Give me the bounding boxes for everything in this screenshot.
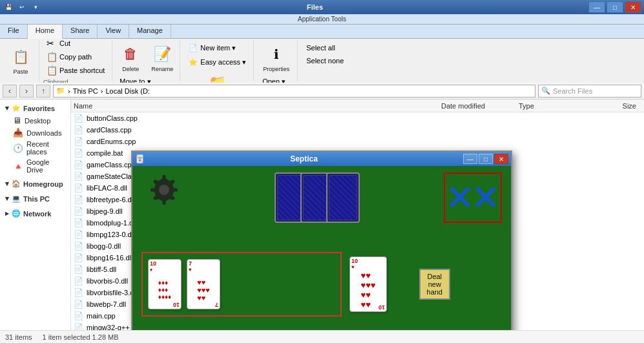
main-content: ▾ ⭐ Favorites 🖥 Desktop 📥 Downloads 🕐 Re…	[0, 99, 644, 330]
thispc-chevron: ▾	[5, 194, 9, 203]
game-close-btn[interactable]: ✕	[494, 154, 508, 164]
up-button[interactable]: ↑	[36, 85, 50, 98]
game-maximize-btn[interactable]: □	[479, 154, 493, 164]
gear-icon	[145, 172, 183, 211]
sidebar-item-googledrive[interactable]: 🔺 Google Drive	[0, 157, 70, 175]
open-group: ℹ Properties Open ▾ Edit	[255, 40, 298, 81]
file-row[interactable]: 📄 buttonClass.cpp	[71, 112, 644, 124]
copy-path-label: Copy path	[59, 53, 92, 61]
col-type[interactable]: Type	[519, 102, 596, 110]
sidebar-item-desktop[interactable]: 🖥 Desktop	[0, 114, 70, 127]
card-10-diamonds[interactable]: 10 ♦ ♦♦♦♦♦♦♦♦♦♦ 10	[148, 259, 182, 309]
favorites-header[interactable]: ▾ ⭐ Favorites	[0, 102, 70, 114]
new-item-button[interactable]: 📄 New item ▾	[185, 41, 249, 54]
selected-info: 1 item selected 1.28 MB	[43, 333, 119, 341]
game-icon: 🃏	[135, 154, 145, 163]
tab-manage[interactable]: Manage	[129, 25, 171, 38]
easy-access-icon: ⭐	[189, 58, 198, 67]
properties-button[interactable]: ℹ Properties	[259, 41, 293, 75]
path-sep1: ›	[101, 87, 103, 95]
thispc-header[interactable]: ▾ 💻 This PC	[0, 192, 70, 205]
network-header[interactable]: ▸ 🌐 Network	[0, 207, 70, 220]
delete-label: Delete	[122, 66, 139, 72]
col-date[interactable]: Date modified	[441, 102, 519, 110]
back-button[interactable]: ‹	[3, 85, 17, 98]
file-icon: 📄	[74, 218, 84, 227]
select-all-button[interactable]: Select all	[303, 41, 347, 54]
favorites-star-icon: ⭐	[12, 104, 21, 112]
file-icon: 📄	[74, 300, 84, 309]
search-icon: 🔍	[541, 87, 550, 95]
file-icon: 📄	[74, 265, 84, 274]
col-size[interactable]: Size	[596, 102, 641, 110]
score-x-icon-1	[448, 185, 472, 209]
game-title: Septica	[145, 154, 463, 163]
forward-button[interactable]: ›	[19, 85, 34, 98]
close-button[interactable]: ✕	[625, 1, 641, 13]
file-icon: 📄	[74, 242, 84, 251]
diamond-suit: ♦♦♦♦♦♦♦♦♦♦	[158, 279, 171, 300]
easy-access-button[interactable]: ⭐ Easy access ▾	[185, 56, 249, 68]
thispc-section: ▾ 💻 This PC	[0, 192, 70, 205]
card-10-hearts[interactable]: 10 ♥ ♥♥♥♥♥♥♥♥♥ 10	[349, 256, 387, 312]
file-icon: 📄	[74, 230, 84, 239]
quick-save-btn[interactable]: 💾	[3, 1, 14, 13]
select-none-button[interactable]: Select none	[303, 54, 347, 67]
item-count: 31 items	[5, 333, 32, 341]
tab-file[interactable]: File	[0, 25, 28, 38]
network-icon: 🌐	[12, 209, 21, 218]
sidebar-item-recent[interactable]: 🕐 Recent places	[0, 139, 70, 157]
quick-access: 💾 ↩ ▾	[3, 1, 41, 13]
new-item-icon: 📄	[189, 44, 198, 52]
googledrive-label: Google Drive	[26, 158, 65, 174]
file-icon: 📄	[74, 276, 84, 286]
downloads-label: Downloads	[26, 129, 61, 137]
score-box	[444, 172, 502, 223]
cut-button[interactable]: ✂ Cut	[43, 37, 108, 50]
select-all-label: Select all	[306, 44, 335, 52]
game-minimize-btn[interactable]: —	[463, 154, 477, 164]
paste-button[interactable]: 📋 Paste	[6, 44, 35, 78]
card-7-hearts[interactable]: 7 ♥ ♥♥♥♥♥♥♥ 7	[187, 259, 220, 309]
properties-label: Properties	[263, 66, 289, 72]
copy-path-icon: 📋	[47, 52, 57, 62]
desktop-label: Desktop	[25, 117, 50, 125]
quick-undo-btn[interactable]: ↩	[16, 1, 28, 13]
network-label: Network	[23, 210, 51, 218]
cut-label: Cut	[59, 39, 70, 47]
rename-button[interactable]: 📝 Rename	[147, 41, 177, 75]
homegroup-header[interactable]: ▾ 🏠 Homegroup	[0, 178, 70, 190]
delete-button[interactable]: 🗑 Delete	[116, 41, 145, 75]
delete-icon: 🗑	[120, 44, 141, 65]
file-icon: 📄	[74, 207, 84, 216]
search-box[interactable]: 🔍 Search Files	[538, 85, 641, 98]
path-thispc: ›	[68, 87, 70, 95]
copy-path-button[interactable]: 📋 Copy path	[43, 50, 108, 63]
recent-label: Recent places	[26, 140, 65, 156]
app-tools-label: Application Tools	[298, 16, 346, 23]
file-icon: 📄	[74, 125, 84, 134]
file-row[interactable]: 📄 cardClass.cpp	[71, 124, 644, 136]
paste-shortcut-button[interactable]: 📋 Paste shortcut	[43, 64, 108, 77]
favorites-label: Favorites	[23, 105, 55, 112]
recent-icon: 🕐	[13, 143, 23, 153]
address-path[interactable]: 📁 › This PC › Local Disk (D:	[53, 85, 535, 98]
deck-card-3	[326, 172, 360, 223]
svg-point-0	[159, 185, 169, 195]
favorites-chevron: ▾	[5, 104, 9, 112]
deal-new-hand-button[interactable]: Deal new hand	[419, 269, 450, 300]
easy-access-label: Easy access ▾	[200, 58, 246, 67]
file-icon: 📄	[74, 323, 84, 330]
col-name[interactable]: Name	[74, 102, 441, 110]
file-row[interactable]: 📄 cardEnums.cpp	[71, 136, 644, 147]
card-rank-br: 10	[173, 302, 180, 307]
title-bar: 💾 ↩ ▾ Files — □ ✕	[0, 0, 644, 14]
quick-dropdown-btn[interactable]: ▾	[30, 1, 41, 13]
maximize-button[interactable]: □	[607, 1, 623, 13]
sidebar-item-downloads[interactable]: 📥 Downloads	[0, 127, 70, 139]
card-7-suit-tl: ♥	[189, 267, 218, 273]
game-top-row	[132, 166, 511, 234]
active-card-rank-br: 10	[379, 304, 385, 310]
minimize-button[interactable]: —	[588, 1, 605, 13]
game-title-btns: — □ ✕	[463, 154, 508, 164]
